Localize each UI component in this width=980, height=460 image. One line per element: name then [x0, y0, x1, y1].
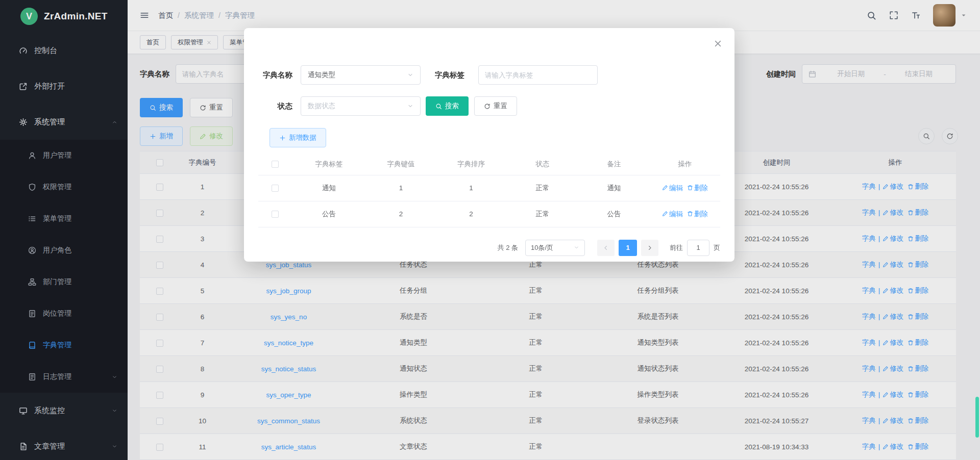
page-1-button[interactable]: 1 — [619, 240, 637, 256]
close-icon — [714, 39, 722, 48]
edit-action-link[interactable]: 编辑 — [662, 210, 683, 218]
trash-icon — [687, 211, 693, 217]
add-data-button[interactable]: 新增数据 — [270, 128, 326, 147]
modal-reset-button[interactable]: 重置 — [474, 96, 517, 116]
column-header: 字典标签 — [291, 154, 366, 175]
chevron-left-icon — [603, 245, 609, 251]
chevron-down-icon — [574, 245, 579, 250]
pagination: 共 2 条 10条/页 1 前往 页 — [244, 240, 720, 256]
dialog-filter-form: 字典名称 通知类型 字典标签 状态 数据状态 搜索 重置 — [244, 28, 734, 147]
chevron-down-icon — [407, 103, 413, 109]
chevron-down-icon — [407, 72, 413, 78]
dialog-close-button[interactable] — [714, 39, 722, 48]
chevron-down-icon — [407, 103, 413, 109]
chevron-down-icon — [407, 72, 413, 78]
page-size-value: 10条/页 — [531, 243, 553, 252]
page-size-select[interactable]: 10条/页 — [525, 240, 585, 256]
column-header: 字典排序 — [435, 154, 507, 175]
dict-data-dialog: 字典名称 通知类型 字典标签 状态 数据状态 搜索 重置 — [244, 28, 734, 262]
prev-page-button[interactable] — [597, 240, 615, 256]
delete-action-link[interactable]: 删除 — [687, 184, 708, 192]
modal-backdrop: 字典名称 通知类型 字典标签 状态 数据状态 搜索 重置 — [0, 0, 980, 460]
trash-icon — [687, 185, 693, 191]
row-checkbox[interactable] — [272, 185, 279, 192]
dict-data-table: 字典标签字典键值字典排序状态备注操作通知11正常通知编辑删除公告22正常公告编辑… — [258, 154, 720, 227]
chevron-right-icon — [647, 245, 653, 251]
edit-action-link[interactable]: 编辑 — [662, 184, 683, 192]
edit-icon — [662, 211, 668, 217]
modal-search-button[interactable]: 搜索 — [426, 96, 469, 116]
modal-dict-label-label: 字典标签 — [429, 70, 464, 80]
column-header: 字典键值 — [366, 154, 435, 175]
refresh-icon — [484, 103, 491, 110]
page-unit-label: 页 — [714, 243, 720, 252]
pagination-total: 共 2 条 — [498, 243, 518, 252]
modal-dict-name-select[interactable]: 通知类型 — [301, 65, 421, 85]
modal-status-label: 状态 — [257, 101, 292, 111]
next-page-button[interactable] — [641, 240, 658, 256]
modal-dict-label-input[interactable] — [478, 65, 598, 85]
chevron-down-icon — [574, 245, 579, 250]
row-checkbox[interactable] — [272, 211, 279, 218]
plus-icon — [279, 135, 286, 141]
delete-action-link[interactable]: 删除 — [687, 210, 708, 218]
edit-icon — [662, 185, 668, 191]
goto-page-input[interactable] — [687, 240, 709, 256]
table-row: 通知11正常通知编辑删除 — [258, 175, 720, 201]
search-icon — [435, 103, 442, 110]
select-all-cell — [258, 154, 291, 175]
modal-dict-name-label: 字典名称 — [257, 70, 292, 80]
goto-label: 前往 — [670, 243, 683, 252]
selected-dict-name: 通知类型 — [308, 70, 335, 80]
table-row: 公告22正常公告编辑删除 — [258, 201, 720, 227]
modal-status-select[interactable]: 数据状态 — [301, 96, 421, 116]
scrollbar-thumb[interactable] — [975, 397, 979, 438]
column-header: 状态 — [507, 154, 578, 175]
column-header: 备注 — [578, 154, 650, 175]
status-placeholder: 数据状态 — [308, 101, 335, 111]
column-header: 操作 — [650, 154, 720, 175]
select-all-checkbox[interactable] — [272, 161, 279, 168]
